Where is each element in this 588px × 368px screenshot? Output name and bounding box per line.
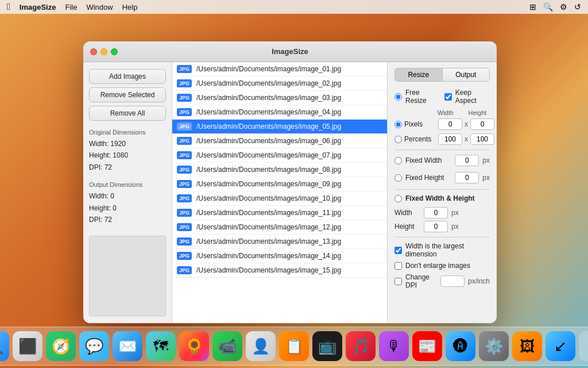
- dock-icon-airdrop[interactable]: ↙: [546, 331, 575, 361]
- dock-icon-podcasts[interactable]: 🎙: [379, 331, 409, 361]
- dock: 🔍⬛🧭💬✉️🗺🌻📹👤📋📺🎵🎙📰🅐⚙️🖼↙🗑: [0, 327, 588, 366]
- divider-3: [394, 237, 490, 237]
- dock-icon-safari[interactable]: 🧭: [46, 331, 76, 361]
- output-dpi: DPI: 72: [89, 214, 166, 225]
- dock-icon-appletv[interactable]: 📺: [312, 331, 342, 361]
- dock-icon-contacts[interactable]: 👤: [246, 331, 276, 361]
- fixed-width-radio[interactable]: [394, 157, 402, 164]
- file-list[interactable]: JPG/Users/admin/Documents/images/image_0…: [172, 62, 388, 323]
- pixels-radio[interactable]: [394, 121, 402, 128]
- dock-icon-news[interactable]: 📰: [412, 331, 442, 361]
- tab-resize[interactable]: Resize: [394, 68, 442, 82]
- menubar-icon-4[interactable]: ↺: [574, 2, 581, 12]
- file-path: /Users/admin/Documents/images/image_12.j…: [196, 223, 341, 231]
- file-path: /Users/admin/Documents/images/image_02.j…: [196, 79, 341, 87]
- file-item[interactable]: JPG/Users/admin/Documents/images/image_0…: [172, 148, 387, 163]
- change-dpi-checkbox[interactable]: [394, 278, 402, 285]
- pixels-width-input[interactable]: [438, 118, 462, 130]
- dpi-input[interactable]: [440, 275, 465, 287]
- free-resize-label: Free Resize: [405, 89, 439, 105]
- free-resize-radio[interactable]: [394, 93, 402, 101]
- percents-height-input[interactable]: [470, 133, 494, 145]
- tab-row: Resize Output: [394, 68, 490, 82]
- output-width: Width: 0: [89, 190, 166, 202]
- file-path: /Users/admin/Documents/images/image_01.j…: [196, 65, 341, 73]
- dpi-unit: px/inch: [468, 277, 490, 285]
- change-dpi-label: Change DPI: [405, 273, 437, 289]
- keep-aspect-checkbox[interactable]: [444, 93, 452, 101]
- app-name-menu[interactable]: ImageSize: [20, 3, 56, 12]
- file-item[interactable]: JPG/Users/admin/Documents/images/image_0…: [172, 62, 387, 76]
- apple-menu[interactable]: : [7, 2, 10, 12]
- menubar:  ImageSize File Window Help ⊞ 🔍 ⚙ ↺: [0, 0, 588, 14]
- file-item[interactable]: JPG/Users/admin/Documents/images/image_0…: [172, 120, 387, 134]
- file-item[interactable]: JPG/Users/admin/Documents/images/image_1…: [172, 235, 387, 249]
- menubar-icon-3[interactable]: ⚙: [560, 2, 567, 12]
- dock-icon-appstore[interactable]: 🅐: [446, 331, 475, 361]
- menubar-icon-2[interactable]: 🔍: [543, 2, 553, 12]
- percents-row: Percents x: [394, 133, 490, 145]
- file-item[interactable]: JPG/Users/admin/Documents/images/image_0…: [172, 177, 387, 191]
- help-menu[interactable]: Help: [122, 3, 138, 12]
- file-item[interactable]: JPG/Users/admin/Documents/images/image_1…: [172, 220, 387, 235]
- tab-output[interactable]: Output: [442, 68, 490, 82]
- jpg-badge: JPG: [177, 223, 192, 231]
- remove-all-button[interactable]: Remove All: [89, 106, 166, 121]
- file-item[interactable]: JPG/Users/admin/Documents/images/image_0…: [172, 105, 387, 120]
- file-item[interactable]: JPG/Users/admin/Documents/images/image_1…: [172, 191, 387, 206]
- file-item[interactable]: JPG/Users/admin/Documents/images/image_0…: [172, 134, 387, 148]
- remove-selected-button[interactable]: Remove Selected: [89, 87, 166, 102]
- jpg-badge: JPG: [177, 252, 192, 260]
- file-menu[interactable]: File: [65, 3, 77, 12]
- dock-icon-reminders[interactable]: 📋: [279, 331, 309, 361]
- fixed-height-input[interactable]: [455, 172, 479, 183]
- file-item[interactable]: JPG/Users/admin/Documents/images/image_0…: [172, 163, 387, 177]
- dock-icon-trash[interactable]: 🗑: [579, 331, 588, 361]
- dock-icon-maps[interactable]: 🗺: [146, 331, 176, 361]
- width-label: Width: [394, 209, 420, 217]
- menubar-icon-1[interactable]: ⊞: [529, 2, 536, 12]
- dock-icon-finder[interactable]: 🔍: [0, 331, 9, 361]
- maximize-button[interactable]: [111, 48, 118, 55]
- dock-icon-music[interactable]: 🎵: [346, 331, 376, 361]
- pixels-x-sep: x: [465, 120, 468, 128]
- dock-icon-messages[interactable]: 💬: [79, 331, 109, 361]
- file-path: /Users/admin/Documents/images/image_06.j…: [196, 137, 341, 145]
- window-title: ImageSize: [272, 47, 308, 56]
- original-dpi: DPI: 72: [89, 162, 166, 173]
- pixels-height-input[interactable]: [470, 118, 494, 130]
- jpg-badge: JPG: [177, 79, 192, 87]
- dock-icon-launchpad[interactable]: ⬛: [13, 331, 42, 361]
- dock-icon-photos[interactable]: 🌻: [179, 331, 209, 361]
- close-button[interactable]: [90, 48, 97, 55]
- file-path: /Users/admin/Documents/images/image_07.j…: [196, 151, 341, 159]
- wh-width-input[interactable]: [424, 207, 448, 218]
- file-item[interactable]: JPG/Users/admin/Documents/images/image_1…: [172, 249, 387, 263]
- percents-radio[interactable]: [394, 136, 402, 143]
- no-enlarge-checkbox[interactable]: [394, 262, 402, 270]
- file-path: /Users/admin/Documents/images/image_08.j…: [196, 166, 341, 174]
- fixed-height-radio[interactable]: [394, 174, 402, 182]
- window-menu[interactable]: Window: [86, 3, 113, 12]
- fixed-height-label: Fixed Height: [405, 174, 451, 182]
- fixed-width-row: Fixed Width px: [394, 155, 490, 166]
- minimize-button[interactable]: [100, 48, 107, 55]
- dock-icon-imagesize[interactable]: 🖼: [512, 331, 542, 361]
- fixed-width-input[interactable]: [455, 155, 479, 166]
- percents-width-input[interactable]: [438, 133, 462, 145]
- fixed-wh-radio[interactable]: [394, 195, 402, 202]
- dock-icon-facetime[interactable]: 📹: [212, 331, 242, 361]
- fixed-wh-label: Fixed Width & Height: [405, 194, 475, 202]
- largest-dim-checkbox[interactable]: [394, 247, 402, 254]
- add-images-button[interactable]: Add Images: [89, 69, 166, 84]
- file-item[interactable]: JPG/Users/admin/Documents/images/image_1…: [172, 206, 387, 220]
- file-item[interactable]: JPG/Users/admin/Documents/images/image_0…: [172, 76, 387, 91]
- dock-icon-mail[interactable]: ✉️: [113, 331, 142, 361]
- file-item[interactable]: JPG/Users/admin/Documents/images/image_0…: [172, 91, 387, 105]
- fixed-wh-row: Fixed Width & Height: [394, 194, 490, 202]
- dock-icon-sysprefs[interactable]: ⚙️: [479, 331, 509, 361]
- titlebar: ImageSize: [83, 41, 497, 62]
- height-col-label: Height: [465, 109, 490, 116]
- file-item[interactable]: JPG/Users/admin/Documents/images/image_1…: [172, 263, 387, 278]
- wh-height-input[interactable]: [424, 221, 448, 232]
